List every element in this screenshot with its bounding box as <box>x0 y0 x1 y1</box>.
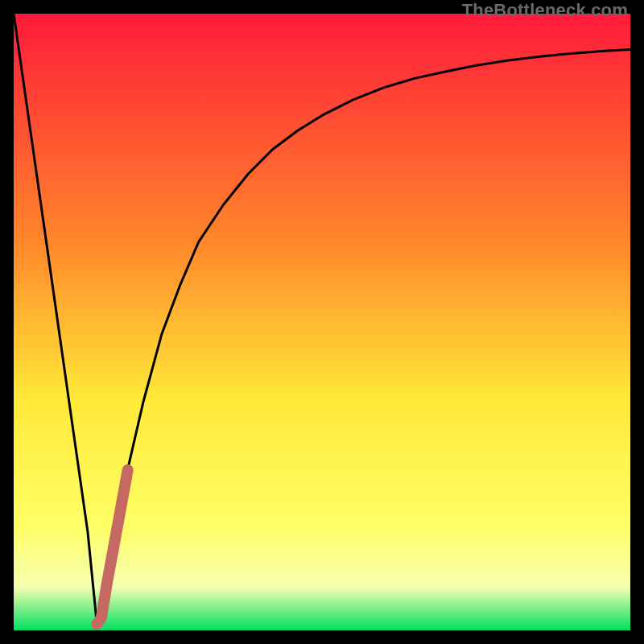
bottleneck-chart <box>14 14 630 630</box>
gradient-bg <box>14 14 630 630</box>
watermark-text: TheBottleneck.com <box>462 0 628 21</box>
chart-frame: TheBottleneck.com <box>0 0 644 644</box>
